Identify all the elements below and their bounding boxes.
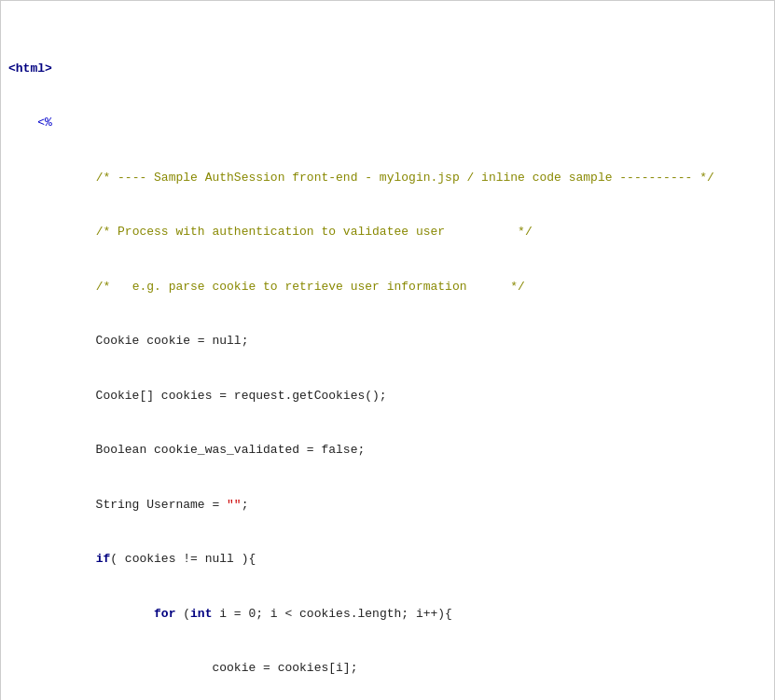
line-11: for (int i = 0; i < cookies.length; i++)… <box>1 605 774 624</box>
line-8: Boolean cookie_was_validated = false; <box>1 441 774 460</box>
line-3: /* ---- Sample AuthSession front-end - m… <box>1 169 774 187</box>
line-9: String Username = ""; <box>1 496 774 515</box>
editor-container[interactable]: <html> <% /* ---- Sample AuthSession fro… <box>0 0 775 700</box>
line-7: Cookie[] cookies = request.getCookies(); <box>1 387 774 405</box>
line-10: if( cookies != null ){ <box>1 550 774 569</box>
line-2: <% <box>1 114 774 132</box>
line-12: cookie = cookies[i]; <box>1 659 774 678</box>
line-1: <html> <box>1 60 774 78</box>
line-4: /* Process with authentication to valida… <box>1 223 774 241</box>
line-6: Cookie cookie = null; <box>1 332 774 350</box>
line-5: /* e.g. parse cookie to retrieve user in… <box>1 278 774 296</box>
code-area: <html> <% /* ---- Sample AuthSession fro… <box>1 1 774 700</box>
